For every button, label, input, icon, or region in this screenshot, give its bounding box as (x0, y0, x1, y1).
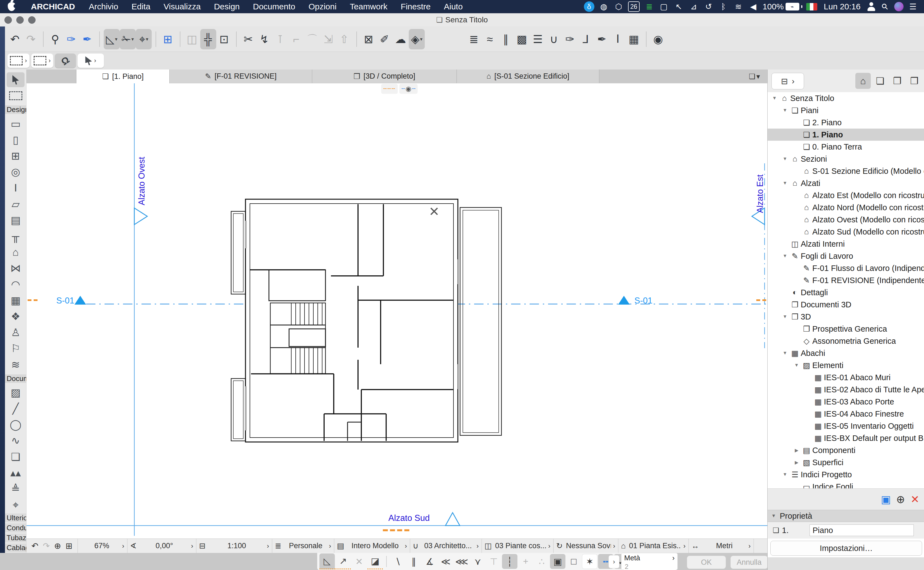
snap-plus-icon[interactable]: + (518, 554, 534, 569)
surfaces-icon[interactable]: ≈ (482, 29, 498, 49)
sep2[interactable] (99, 31, 100, 47)
meta-combo[interactable]: Metà › (621, 553, 678, 570)
group-ulteriori[interactable]: Ulteriori (5, 513, 26, 522)
project-chooser-button[interactable]: ⊟ › (771, 73, 804, 89)
renovation-filter[interactable]: ⌂ 01 Pianta Esis... › (618, 539, 689, 553)
beam-tool[interactable]: Ⅰ (7, 181, 24, 195)
alzato-ovest-label[interactable]: Alzato Ovest (137, 157, 147, 205)
section-marker-tool[interactable]: ▴▴ (7, 466, 24, 480)
disclosure-arrow[interactable]: ▼ (781, 253, 789, 259)
tree-item[interactable]: ▭ Indice Fogli (768, 481, 924, 488)
tree-item[interactable]: ◐ Dettagli (768, 287, 924, 299)
snap-merge-icon[interactable]: ⋎ (470, 554, 485, 569)
coordinates-icon[interactable]: ⌖ ▾ (136, 29, 152, 49)
tree-item[interactable]: ✎ F-01 REVISIONE (Indipendente) (768, 274, 924, 287)
sep4[interactable] (180, 31, 181, 47)
marquee-select-button[interactable]: › (31, 54, 53, 68)
keyboard-flag-icon[interactable] (806, 3, 817, 11)
calendar-icon[interactable]: 26 (628, 2, 639, 12)
pen-sets-icon[interactable]: ∪ (546, 29, 562, 49)
snap-bisector-icon[interactable]: ∡ (422, 554, 438, 569)
screen-mirroring-icon[interactable]: ⊿ (688, 1, 699, 12)
properties-header[interactable]: ▼ Proprietà (768, 510, 924, 522)
view-map-icon[interactable]: ❏ (872, 73, 888, 89)
circle-tool[interactable]: ◯ (7, 417, 24, 432)
tree-item[interactable]: ▼ ⌂ Sezioni (768, 153, 924, 165)
disclosure-arrow[interactable]: ▼ (792, 363, 801, 368)
ok-button[interactable]: OK (687, 556, 726, 569)
user-icon[interactable] (867, 2, 875, 11)
dimension-unit[interactable]: ↔ Metri › (689, 539, 754, 553)
cutaway-3d-icon[interactable]: ◈ ▾ (409, 29, 425, 49)
magic-wand-icon[interactable]: ✶ (582, 554, 597, 569)
project-map-icon[interactable]: ⌂ (855, 73, 871, 89)
building-materials-icon[interactable]: ▩ (514, 29, 530, 49)
morph-tool[interactable]: ❖ (7, 309, 24, 324)
back-icon[interactable]: ↶ (31, 541, 38, 551)
inject-parameters-icon[interactable]: ✒ (80, 29, 95, 49)
mesh-tool[interactable]: ◠ (7, 277, 24, 292)
edit-elements-icon[interactable]: ╬ (200, 29, 216, 49)
menu-item[interactable]: Teamwork (343, 2, 394, 11)
tree-item[interactable]: ⌂ S-01 Sezione Edificio (Modello con ric… (768, 165, 924, 177)
disclosure-arrow[interactable]: ▼ (770, 95, 779, 101)
eraser-guides-icon[interactable]: ◪ (367, 553, 383, 570)
tree-item[interactable]: ❏ 1. Piano (768, 129, 924, 141)
window-tool[interactable]: ⊞ (7, 149, 24, 163)
sep3[interactable] (156, 31, 156, 47)
menu-item[interactable]: Opzioni (302, 2, 343, 11)
menu-app-name[interactable]: ARCHICAD (24, 2, 82, 11)
zoom-level[interactable]: 67% › (78, 539, 127, 553)
terrain-mesh-tool[interactable]: ≋ (7, 357, 24, 372)
magnet-button[interactable]: Ω (55, 54, 76, 68)
door-tool[interactable]: ▯ (7, 132, 24, 147)
render-settings-icon[interactable]: ◉ (650, 29, 666, 49)
tab-1-piano[interactable]: ❏ [1. Piano] (76, 69, 170, 83)
tree-item[interactable]: ❐ Documenti 3D (768, 299, 924, 311)
bbox-partial-icon[interactable]: □ (566, 554, 581, 569)
fill-tool[interactable]: ▨ (7, 385, 24, 400)
menu-item[interactable]: Documento (246, 2, 302, 11)
guide-segment-icon[interactable]: ↗ (335, 553, 351, 570)
disclosure-arrow[interactable]: ▶ (792, 460, 801, 466)
delete-viewpoint-icon[interactable]: ✕ (910, 493, 919, 506)
roof-tool[interactable]: ⌂ (7, 245, 24, 260)
tree-item[interactable]: ▼ ▦ Abachi (768, 347, 924, 359)
arrow-tool-button[interactable]: › (78, 54, 104, 68)
tree-item[interactable]: ▼ ☰ Indici Progetto (768, 469, 924, 481)
group-cablaggi[interactable]: Cablagg (5, 544, 26, 552)
explode-icon[interactable]: ⊠ (361, 29, 377, 49)
tree-item[interactable]: ▦ IES-03 Abaco Porte (768, 395, 924, 408)
line-types-icon[interactable]: ∥ (498, 29, 514, 49)
tree-item[interactable]: ▼ ❏ Piani (768, 104, 924, 116)
alzato-ovest-marker[interactable] (134, 208, 147, 225)
teamwork-cloud-icon[interactable]: ☁ (393, 29, 409, 49)
tree-item[interactable]: ▼ ⌂ Senza Titolo (768, 92, 924, 104)
settings-button[interactable]: Impostazioni… (770, 541, 922, 556)
tree-item[interactable]: ❏ 2. Piano (768, 116, 924, 129)
zoom-in-icon[interactable]: ⊕ (54, 541, 61, 551)
pen-set[interactable]: ∪ 03 Architetto... › (410, 539, 482, 553)
model-view-options[interactable]: ◫ 03 Piante cos... › (482, 539, 554, 553)
marquee-edit-button[interactable]: › (8, 54, 29, 68)
bbox-full-icon[interactable]: ▣ (550, 554, 565, 569)
disclosure-arrow[interactable]: ▼ (781, 314, 789, 319)
elevate-icon[interactable]: ⇧ (337, 29, 352, 49)
align-icon[interactable]: ⊺ (272, 29, 289, 49)
guide-visibility-toggle[interactable]: ╌ ◉ ╌ (399, 84, 418, 94)
graphic-override[interactable]: ↻ Nessuna Sovr... › (554, 539, 618, 553)
disclosure-arrow[interactable]: ▼ (781, 350, 789, 356)
find-select-icon[interactable]: ⚲ (47, 29, 63, 49)
s01-marker-left[interactable] (75, 296, 86, 305)
apple-icon[interactable] (8, 2, 15, 11)
slab-tool[interactable]: ▱ (7, 196, 24, 211)
notification-center-icon[interactable]: ☰ (907, 1, 918, 12)
tree-item[interactable]: ▦ IES-01 Abaco Muri (768, 371, 924, 383)
sep1[interactable] (43, 31, 44, 47)
tree-item[interactable]: ❏ 0. Piano Terra (768, 141, 924, 153)
cursor-icon[interactable]: ↖ (673, 1, 684, 12)
publisher-icon[interactable]: ❒ (907, 73, 922, 89)
snap-vertical-icon[interactable]: ┆ (502, 554, 517, 569)
snap-one-icon[interactable]: ∖ (390, 554, 405, 569)
measure-icon[interactable]: ⊡ (216, 29, 232, 49)
